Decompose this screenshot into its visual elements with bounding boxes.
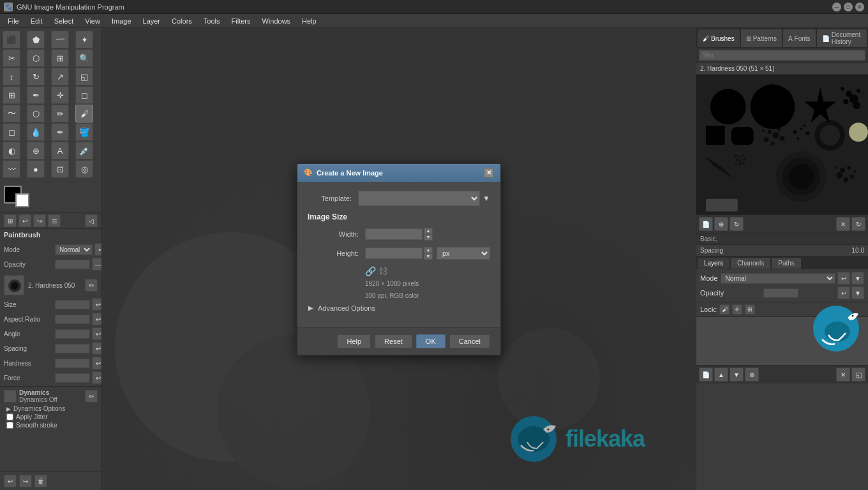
brush-edit-btn[interactable]: ✏ — [85, 279, 98, 292]
mode-reset[interactable]: ↩ — [94, 243, 102, 256]
tool-convolve[interactable]: ◎ — [75, 160, 93, 178]
mode-select[interactable]: Normal — [55, 244, 93, 255]
tool-paintbrush[interactable]: 🖌 — [75, 105, 93, 122]
expand-layer-btn[interactable]: ◱ — [851, 368, 865, 382]
close-button[interactable]: ✕ — [855, 3, 864, 11]
menu-image[interactable]: Image — [107, 16, 137, 26]
tool-scissors[interactable]: ✂ — [3, 49, 20, 67]
tool-move[interactable]: ✛ — [51, 86, 69, 104]
menu-tools[interactable]: Tools — [198, 16, 225, 26]
tool-pencil[interactable]: ✏ — [51, 105, 69, 122]
delete-btn[interactable]: 🗑 — [34, 475, 47, 487]
new-brush-btn[interactable]: 📄 — [699, 217, 713, 231]
layers-mode-scroll[interactable]: ▼ — [851, 272, 864, 285]
tool-paths[interactable]: ✒ — [27, 86, 45, 104]
spacing-reset[interactable]: ↩ — [92, 342, 102, 355]
tool-bucket[interactable]: 🪣 — [75, 123, 93, 141]
tool-warp[interactable]: 〜 — [3, 105, 20, 122]
hardness-input[interactable]: 50.0 — [55, 359, 90, 368]
layers-mode-select[interactable]: Normal — [721, 273, 835, 284]
lock-position-btn[interactable]: ✛ — [732, 304, 742, 315]
menu-help[interactable]: Help — [297, 16, 322, 26]
hardness-reset[interactable]: ↩ — [92, 357, 102, 369]
brush-thumb[interactable] — [4, 275, 24, 295]
tool-ink[interactable]: ✒ — [51, 123, 69, 141]
tool-option-expand[interactable]: ◁ — [85, 214, 98, 227]
opacity-input[interactable]: 100.0 — [55, 260, 90, 269]
width-input[interactable]: 1920 — [365, 228, 423, 240]
raise-layer-btn[interactable]: ▲ — [714, 368, 728, 382]
maximize-button[interactable]: □ — [844, 3, 853, 11]
aspect-ratio-input[interactable]: 0.00 — [55, 315, 90, 324]
reset-button[interactable]: Reset — [375, 334, 412, 348]
delete-brush-btn[interactable]: ✕ — [836, 217, 850, 231]
tab-patterns[interactable]: ⊞ Patterns — [741, 29, 782, 47]
refresh-brush-btn[interactable]: ↻ — [730, 217, 744, 231]
tool-perspective[interactable]: ◻ — [75, 86, 93, 104]
tool-rect-select[interactable]: ⬛ — [3, 31, 20, 48]
tool-align[interactable]: ⊞ — [3, 86, 20, 104]
menu-edit[interactable]: Edit — [26, 16, 48, 26]
opacity-slider[interactable]: — — [92, 258, 102, 271]
duplicate-layer-btn[interactable]: ⊕ — [745, 368, 759, 382]
tool-free-select[interactable]: 〰 — [51, 31, 69, 48]
undo-btn[interactable]: ↩ — [4, 475, 17, 487]
lower-layer-btn[interactable]: ▼ — [730, 368, 744, 382]
tab-brushes[interactable]: 🖌 Brushes — [698, 29, 740, 47]
height-down[interactable]: ▼ — [424, 253, 433, 260]
filter-input[interactable] — [699, 50, 865, 61]
width-up[interactable]: ▲ — [424, 228, 433, 234]
unit-select[interactable]: px in mm — [437, 247, 490, 260]
tool-option-btn4[interactable]: ☰ — [48, 214, 61, 227]
window-controls[interactable]: ─ □ ✕ — [832, 3, 864, 11]
minimize-button[interactable]: ─ — [832, 3, 841, 11]
menu-view[interactable]: View — [80, 16, 105, 26]
template-dropdown-icon[interactable]: ▼ — [483, 194, 490, 203]
tab-document-history[interactable]: 📄 Document History — [817, 29, 867, 47]
ok-button[interactable]: OK — [416, 334, 445, 348]
lock-pixels-btn[interactable]: 🖌 — [719, 304, 730, 315]
tool-by-color[interactable]: ⬡ — [27, 49, 45, 67]
size-reset[interactable]: ↩ — [92, 298, 102, 311]
spacing-input[interactable]: 10.0 — [55, 344, 90, 353]
advanced-options-row[interactable]: ▶ Advanced Options — [308, 304, 490, 312]
width-down[interactable]: ▼ — [424, 234, 433, 241]
tool-blend[interactable]: ◐ — [3, 142, 20, 160]
tab-layers[interactable]: Layers — [698, 258, 730, 269]
layers-opacity-reset[interactable]: ↩ — [837, 286, 850, 299]
apply-jitter-row[interactable]: Apply Jitter — [4, 413, 98, 420]
link-icon1[interactable]: 🔗 — [365, 266, 376, 276]
template-select[interactable] — [358, 191, 480, 206]
menu-file[interactable]: File — [3, 16, 24, 26]
tab-channels[interactable]: Channels — [731, 258, 770, 269]
tool-clone[interactable]: ⊡ — [51, 160, 69, 178]
tool-smudge[interactable]: 〰 — [3, 160, 20, 178]
menu-windows[interactable]: Windows — [257, 16, 296, 26]
tab-paths[interactable]: Paths — [772, 258, 801, 269]
tool-option-btn3[interactable]: ↪ — [33, 214, 46, 227]
tool-option-btn2[interactable]: ↩ — [19, 214, 31, 227]
smooth-stroke-checkbox[interactable] — [6, 422, 13, 429]
new-layer-btn[interactable]: 📄 — [699, 368, 713, 382]
menu-layer[interactable]: Layer — [138, 16, 166, 26]
dynamics-edit[interactable]: ✏ — [85, 390, 98, 403]
dialog-close-button[interactable]: ✕ — [484, 168, 494, 178]
tool-dodge[interactable]: ● — [27, 160, 45, 178]
tool-crop[interactable]: ⊞ — [51, 49, 69, 67]
tool-eyedropper[interactable]: 💉 — [75, 142, 93, 160]
layers-mode-reset[interactable]: ↩ — [837, 272, 850, 285]
angle-input[interactable]: 0.00 — [55, 329, 90, 339]
aspect-ratio-reset[interactable]: ↩ — [92, 313, 102, 325]
tool-ellipse-select[interactable]: ⬟ — [27, 31, 45, 48]
menu-filters[interactable]: Filters — [227, 16, 256, 26]
tool-cage[interactable]: ⬡ — [27, 105, 45, 122]
cancel-button[interactable]: Cancel — [449, 334, 490, 348]
tool-flip[interactable]: ↕ — [3, 68, 20, 85]
tool-scale[interactable]: ↗ — [51, 68, 69, 85]
height-up[interactable]: ▲ — [424, 247, 433, 253]
force-input[interactable]: 50.0 — [55, 373, 90, 383]
tool-fuzzy-select[interactable]: ✦ — [75, 31, 93, 48]
smooth-stroke-row[interactable]: Smooth stroke — [4, 422, 98, 429]
height-input[interactable]: 1080 — [365, 248, 423, 259]
tool-eraser[interactable]: ◻ — [3, 123, 20, 141]
